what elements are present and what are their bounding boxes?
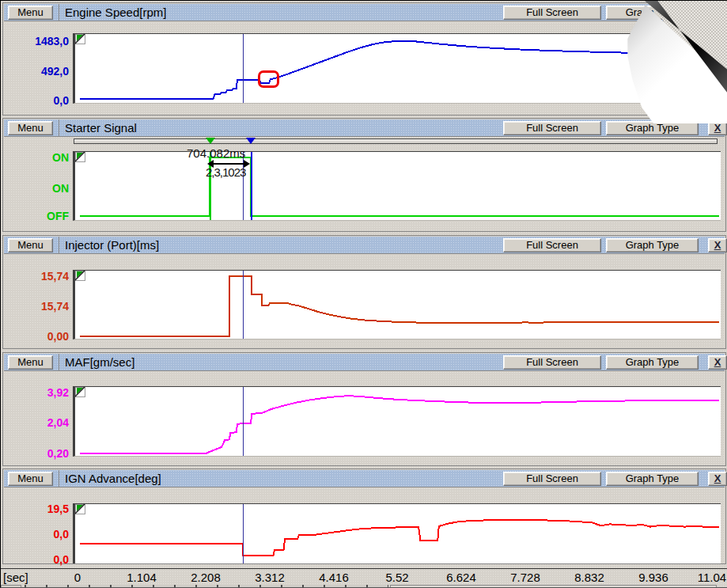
close-button[interactable]: X [708,472,727,486]
range-scrollbar[interactable] [74,138,718,144]
range-end-cursor-line[interactable] [251,152,252,220]
panel-title: Injector (Port)[ms] [65,237,159,254]
y-axis-label-max: 19,5 [6,503,69,515]
full-screen-button[interactable]: Full Screen [503,238,601,252]
close-button[interactable]: X [708,238,727,252]
bottom-scrollbar[interactable] [1,585,727,588]
panel-title: IGN Advance[deg] [65,470,161,487]
panel-header: Menu MAF[gm/sec] Full Screen Graph Type … [4,354,725,371]
time-tick: 3.312 [255,571,285,584]
maf-plot-area[interactable] [73,386,721,457]
cursor-values-label: 2,3,1023 [206,165,245,179]
y-axis-label-min: 0,0 [6,94,69,107]
y-axis-label-min: 0,0 [6,553,69,566]
full-screen-button[interactable]: Full Screen [503,472,601,486]
y-axis-label-mid: ON [6,182,69,195]
time-tick: 8.832 [574,571,604,584]
time-tick: 11.04 [698,571,726,584]
panel-engine-speed: Menu Engine Speed[rpm] Full Screen Graph… [2,2,726,116]
graph-type-button[interactable]: Graph Type [606,6,699,20]
header-divider [59,470,59,487]
y-axis-label-mid: 15,74 [6,300,69,313]
y-axis-label-max: 3,92 [6,386,69,399]
full-screen-button[interactable]: Full Screen [503,355,601,370]
header-divider [59,119,59,137]
menu-button[interactable]: Menu [8,121,53,135]
y-axis-label-max: 15,74 [6,270,69,283]
time-tick: 7.728 [510,571,540,584]
y-axis-label-min: OFF [6,210,69,222]
y-axis-label-max: 1483,0 [6,35,69,47]
graph-type-button[interactable]: Graph Type [606,238,699,252]
marker-flag-icon [75,152,85,162]
scrollbar-nub[interactable] [1,585,21,588]
time-cursor-line[interactable] [243,504,244,563]
panel-header: Menu IGN Advance[deg] Full Screen Graph … [4,470,725,487]
engine-speed-plot-area[interactable] [73,33,721,104]
range-start-marker[interactable] [206,138,215,144]
time-axis-unit: [sec] [3,571,28,584]
y-axis-label-mid: 0,0 [6,528,69,541]
panel-title: Engine Speed[rpm] [65,4,166,21]
y-axis-label-min: 0,00 [6,330,69,343]
ign-advance-trace [75,504,719,564]
ign-advance-plot-area[interactable] [73,503,721,563]
highlight-marker-box [258,70,279,88]
scrollbar-ruler-ticks [25,585,388,588]
close-button[interactable]: X [708,121,727,135]
panel-header: Menu Injector (Port)[ms] Full Screen Gra… [4,237,725,254]
panel-title: Starter Signal [65,119,137,137]
header-divider [59,354,59,371]
marker-flag-icon [75,34,85,44]
full-screen-button[interactable]: Full Screen [503,6,601,20]
time-tick: 9.936 [638,571,668,584]
range-end-marker[interactable] [246,138,256,144]
graph-type-button[interactable]: Graph Type [606,472,699,486]
y-axis-label-max: ON [6,151,69,164]
scrollbar-groove[interactable] [390,585,717,588]
header-divider [59,237,59,254]
full-screen-button[interactable]: Full Screen [503,121,601,135]
time-tick: 2.208 [191,571,221,584]
close-button[interactable]: X [708,6,727,20]
time-tick: 1.104 [127,571,157,584]
panel-title: MAF[gm/sec] [65,354,134,371]
menu-button[interactable]: Menu [8,472,53,486]
panel-maf: Menu MAF[gm/sec] Full Screen Graph Type … [2,352,726,466]
time-tick: 0 [74,571,81,584]
header-divider [59,4,59,21]
starter-signal-plot-area[interactable] [73,151,721,221]
time-tick: 4.416 [319,571,349,584]
y-axis-label-mid: 492,0 [6,65,69,78]
diagnostic-graph-window: Menu Engine Speed[rpm] Full Screen Graph… [0,0,727,588]
y-axis-label-mid: 2,04 [6,416,69,429]
menu-button[interactable]: Menu [8,238,53,252]
panel-starter-signal: Menu Starter Signal Full Screen Graph Ty… [2,118,726,232]
pulse-duration-label: 704.082ms [187,146,245,160]
panel-header: Menu Engine Speed[rpm] Full Screen Graph… [4,4,725,21]
menu-button[interactable]: Menu [8,6,53,20]
y-axis-label-min: 0,20 [6,447,69,460]
engine-speed-trace [75,34,719,104]
panel-header: Menu Starter Signal Full Screen Graph Ty… [4,119,725,137]
panel-injector: Menu Injector (Port)[ms] Full Screen Gra… [2,235,726,349]
graph-type-button[interactable]: Graph Type [606,355,699,370]
time-axis: [sec] 0 1.104 2.208 3.312 4.416 5.52 6.6… [1,568,727,585]
injector-plot-area[interactable] [73,270,721,340]
graph-type-button[interactable]: Graph Type [606,121,699,135]
time-cursor-line[interactable] [243,271,244,339]
menu-button[interactable]: Menu [8,355,53,370]
close-button[interactable]: X [708,355,727,370]
marker-flag-icon [75,504,85,514]
panel-ign-advance: Menu IGN Advance[deg] Full Screen Graph … [2,469,726,564]
marker-flag-icon [75,387,85,397]
time-cursor-line[interactable] [243,34,244,103]
maf-trace [75,387,719,457]
starter-signal-trace [75,152,719,222]
time-tick: 6.624 [446,571,476,584]
time-cursor-line[interactable] [243,387,244,456]
marker-flag-icon [75,271,85,281]
time-tick: 5.52 [385,571,408,584]
injector-trace [75,271,719,340]
